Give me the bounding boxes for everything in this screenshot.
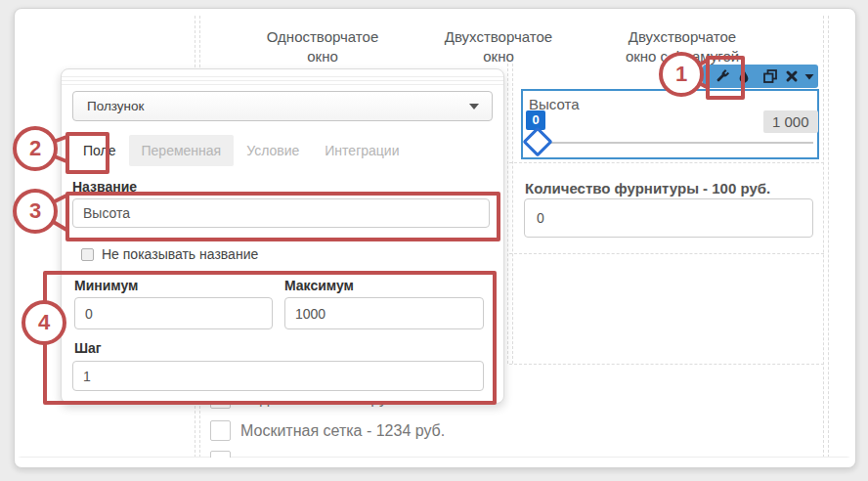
dialog-tabs: Поле Переменная Условие Интеграции	[70, 135, 412, 166]
tab-variable[interactable]: Переменная	[129, 135, 235, 166]
min-field-label: Минимум	[74, 278, 138, 293]
list-item	[210, 451, 601, 458]
column-header-double-window: Двухстворчатое окно	[401, 27, 596, 66]
min-field-input[interactable]	[74, 297, 273, 329]
column-header-double-window-transom: Двухстворчатое окно с фрамугой	[585, 27, 780, 66]
name-field-label: Название	[72, 179, 137, 195]
column-header-single-window: Одностворчатое окно	[225, 27, 420, 66]
slider-track[interactable]	[529, 142, 813, 144]
grid-divider	[509, 162, 824, 163]
caret-down-icon[interactable]	[802, 68, 817, 84]
step-field-input[interactable]	[72, 361, 484, 391]
tint-icon[interactable]	[736, 68, 752, 84]
tab-condition[interactable]: Условие	[234, 135, 312, 166]
tab-integrations[interactable]: Интеграции	[312, 135, 412, 166]
grid-divider	[509, 364, 824, 365]
option-checkbox[interactable]	[210, 420, 231, 441]
fittings-quantity-input[interactable]	[524, 198, 813, 238]
widget-toolbar	[703, 65, 818, 88]
slider-max-value-badge: 1 000	[763, 110, 818, 133]
tab-field[interactable]: Поле	[70, 135, 129, 166]
wrench-icon[interactable]	[715, 68, 730, 84]
grid-divider	[509, 253, 824, 254]
name-field-input[interactable]	[72, 198, 490, 228]
option-label: Москитная сетка - 1234 руб.	[240, 422, 445, 440]
hide-name-checkbox-label: Не показывать название	[102, 246, 258, 262]
option-checkbox[interactable]	[210, 451, 231, 458]
close-icon[interactable]	[784, 68, 800, 84]
screenshot-stage: Одностворчатое окно Двухстворчатое окно …	[0, 0, 868, 481]
grid-divider	[828, 16, 829, 458]
element-type-select-value: Ползунок	[87, 99, 144, 113]
field-settings-dialog: Ползунок Поле Переменная Условие Интегра…	[61, 68, 504, 404]
hide-name-checkbox[interactable]	[81, 248, 94, 261]
element-type-select[interactable]: Ползунок	[72, 91, 493, 121]
grid-divider	[823, 16, 824, 458]
step-field-label: Шаг	[74, 340, 102, 356]
fittings-field-label: Количество фурнитуры - 100 руб.	[525, 180, 770, 197]
max-field-input[interactable]	[284, 297, 484, 329]
list-item: Москитная сетка - 1234 руб.	[210, 420, 601, 442]
max-field-label: Максимум	[284, 278, 354, 293]
grid-divider	[507, 54, 508, 364]
chevron-down-icon	[469, 104, 479, 109]
clone-icon[interactable]	[762, 68, 778, 84]
grid-divider	[512, 54, 513, 364]
